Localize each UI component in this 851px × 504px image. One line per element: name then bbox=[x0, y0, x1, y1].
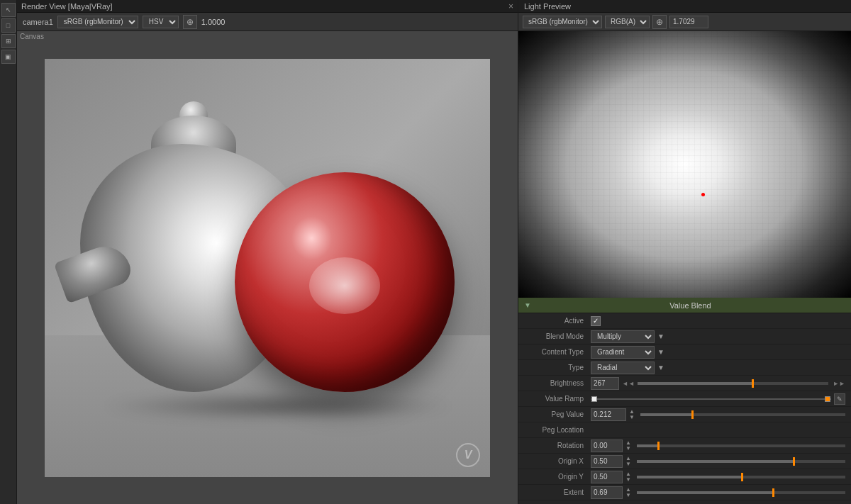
color-space-select[interactable]: sRGB (rgbMonitor) bbox=[57, 16, 138, 28]
peg-slider[interactable] bbox=[640, 413, 845, 416]
origin-x-stepper[interactable]: ▲ ▼ bbox=[625, 456, 631, 467]
value-ramp-label: Value Ramp bbox=[524, 395, 588, 403]
origin-y-stepper[interactable]: ▲ ▼ bbox=[625, 471, 631, 483]
vb-icon: ▼ bbox=[524, 301, 531, 309]
toolbar-btn-arrow[interactable]: ↖ bbox=[1, 3, 16, 17]
peg-location-label: Peg Location bbox=[524, 426, 588, 434]
peg-value-input[interactable] bbox=[591, 408, 626, 421]
peg-location-row: Peg Location bbox=[518, 422, 851, 438]
light-preview-titlebar: Light Preview bbox=[518, 0, 851, 13]
extent-row: Extent ▲ ▼ bbox=[518, 485, 851, 500]
blend-mode-row: Blend Mode Multiply Add Screen Overlay ▼ bbox=[518, 329, 851, 345]
type-row: Type Radial Linear ▼ bbox=[518, 360, 851, 376]
brightness-label: Brightness bbox=[524, 379, 588, 387]
origin-y-input[interactable] bbox=[591, 471, 623, 483]
render-image: V bbox=[45, 59, 490, 477]
origin-x-label: Origin X bbox=[524, 457, 588, 465]
left-toolbar: ↖ □ ⊞ ▣ bbox=[0, 0, 17, 504]
peg-value-row: Peg Value ▲ ▼ bbox=[518, 407, 851, 422]
value-blend-titlebar: ▼ Value Blend bbox=[518, 298, 851, 313]
lp-value-input[interactable] bbox=[669, 16, 708, 28]
canvas-label: Canvas bbox=[20, 33, 44, 40]
blend-mode-arrow[interactable]: ▼ bbox=[657, 332, 664, 340]
extent-slider[interactable] bbox=[637, 491, 845, 494]
ramp-peg-right[interactable] bbox=[825, 396, 830, 402]
globe-icon[interactable]: ⊕ bbox=[183, 15, 197, 29]
lp-texture bbox=[518, 31, 851, 298]
type-select[interactable]: Radial Linear bbox=[591, 362, 655, 374]
render-view-panel: Render View [Maya|VRay] × camera1 sRGB (… bbox=[17, 0, 518, 504]
sphere-highlight bbox=[309, 257, 380, 314]
render-toolbar: camera1 sRGB (rgbMonitor) HSV ⊕ 1.0000 bbox=[17, 13, 518, 31]
origin-y-row: Origin Y ▲ ▼ bbox=[518, 469, 851, 485]
type-label: Type bbox=[524, 364, 588, 371]
render-view-title: Render View [Maya|VRay] bbox=[21, 2, 113, 11]
brightness-right-arrows[interactable]: ►► bbox=[833, 380, 845, 387]
color-mode-select[interactable]: HSV bbox=[143, 16, 179, 28]
toolbar-btn-box[interactable]: □ bbox=[1, 18, 16, 33]
rotation-slider[interactable] bbox=[637, 444, 845, 447]
peg-value-stepper[interactable]: ▲ ▼ bbox=[629, 409, 635, 420]
right-panel: Light Preview sRGB (rgbMonitor) RGB(A) ⊕… bbox=[518, 0, 851, 504]
lp-color-space-select[interactable]: sRGB (rgbMonitor) bbox=[523, 16, 602, 28]
brightness-input[interactable] bbox=[591, 377, 619, 390]
origin-y-label: Origin Y bbox=[524, 473, 588, 481]
origin-x-slider[interactable] bbox=[637, 460, 845, 463]
origin-x-row: Origin X ▲ ▼ bbox=[518, 454, 851, 469]
lp-channel-select[interactable]: RGB(A) bbox=[605, 16, 650, 28]
ramp-peg-left[interactable] bbox=[591, 396, 597, 402]
blend-mode-label: Blend Mode bbox=[524, 332, 588, 340]
value-blend-panel: ▼ Value Blend Active Blend Mode Multiply… bbox=[518, 298, 851, 504]
type-arrow[interactable]: ▼ bbox=[657, 364, 664, 371]
active-checkbox[interactable] bbox=[591, 316, 601, 326]
brightness-row: Brightness ◄◄ ►► bbox=[518, 376, 851, 391]
active-label: Active bbox=[524, 317, 588, 325]
active-row: Active bbox=[518, 313, 851, 329]
brightness-slider-container: ◄◄ ►► bbox=[622, 380, 845, 387]
content-type-select[interactable]: Gradient Solid Image bbox=[591, 346, 655, 359]
vray-watermark: V bbox=[456, 443, 480, 467]
ramp-edit-btn[interactable]: ✎ bbox=[834, 393, 845, 405]
rotation-label: Rotation bbox=[524, 442, 588, 449]
blend-mode-select[interactable]: Multiply Add Screen Overlay bbox=[591, 330, 655, 343]
content-type-label: Content Type bbox=[524, 348, 588, 356]
rotation-row: Rotation ▲ ▼ bbox=[518, 438, 851, 454]
light-preview-panel: Light Preview sRGB (rgbMonitor) RGB(A) ⊕ bbox=[518, 0, 851, 298]
toolbar-btn-grid[interactable]: ⊞ bbox=[1, 34, 16, 48]
lp-globe-icon[interactable]: ⊕ bbox=[652, 15, 667, 29]
extent-label: Extent bbox=[524, 488, 588, 496]
render-canvas-area: Canvas V bbox=[17, 31, 518, 504]
peg-value-label: Peg Value bbox=[524, 410, 588, 418]
light-preview-canvas bbox=[518, 31, 851, 298]
toolbar-btn-view[interactable]: ▣ bbox=[1, 50, 16, 64]
lp-red-dot bbox=[701, 193, 705, 196]
value-ramp-row: Value Ramp ✎ bbox=[518, 391, 851, 407]
light-preview-title: Light Preview bbox=[524, 2, 571, 11]
render-view-titlebar: Render View [Maya|VRay] × bbox=[17, 0, 518, 13]
content-type-arrow[interactable]: ▼ bbox=[657, 348, 664, 356]
main-area: Render View [Maya|VRay] × camera1 sRGB (… bbox=[17, 0, 518, 504]
render-view-close-btn[interactable]: × bbox=[508, 1, 513, 11]
origin-y-slider[interactable] bbox=[637, 476, 845, 478]
brightness-left-arrows[interactable]: ◄◄ bbox=[622, 380, 635, 387]
light-preview-image bbox=[518, 31, 851, 298]
rotation-stepper[interactable]: ▲ ▼ bbox=[625, 440, 631, 452]
extent-stepper[interactable]: ▲ ▼ bbox=[625, 487, 631, 498]
origin-x-input[interactable] bbox=[591, 455, 623, 468]
value-blend-title: Value Blend bbox=[535, 301, 845, 310]
content-type-row: Content Type Gradient Solid Image ▼ bbox=[518, 345, 851, 360]
light-preview-toolbar: sRGB (rgbMonitor) RGB(A) ⊕ bbox=[518, 13, 851, 31]
value-ramp-bar[interactable] bbox=[591, 398, 831, 400]
brightness-slider[interactable] bbox=[638, 382, 828, 385]
extent-input[interactable] bbox=[591, 486, 623, 499]
camera-label: camera1 bbox=[23, 18, 53, 26]
floor-shadow bbox=[101, 392, 455, 420]
exposure-value: 1.0000 bbox=[201, 18, 226, 26]
rotation-input[interactable] bbox=[591, 439, 623, 452]
